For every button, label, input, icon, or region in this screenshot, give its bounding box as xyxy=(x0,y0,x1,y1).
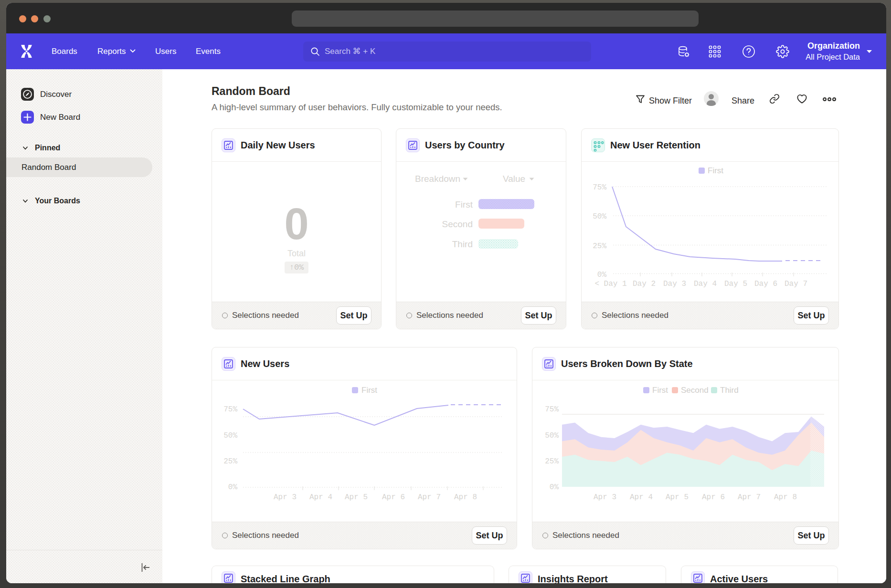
svg-text:50%: 50% xyxy=(223,431,237,440)
svg-text:First: First xyxy=(361,386,377,395)
svg-text:Second: Second xyxy=(681,386,709,395)
svg-text:First: First xyxy=(652,386,668,395)
svg-text:75%: 75% xyxy=(223,405,237,414)
svg-text:Apr 4: Apr 4 xyxy=(309,493,332,502)
svg-text:0%: 0% xyxy=(550,483,559,492)
svg-text:Apr 8: Apr 8 xyxy=(774,493,797,502)
svg-text:Day 4: Day 4 xyxy=(694,280,717,288)
svg-text:0%: 0% xyxy=(228,483,238,492)
svg-text:Apr 6: Apr 6 xyxy=(702,493,725,502)
svg-text:25%: 25% xyxy=(223,457,237,466)
svg-text:Third: Third xyxy=(720,386,739,395)
svg-text:50%: 50% xyxy=(593,212,606,221)
svg-text:Apr 4: Apr 4 xyxy=(630,493,653,502)
svg-text:Apr 7: Apr 7 xyxy=(738,493,761,502)
svg-text:Apr 3: Apr 3 xyxy=(594,493,616,502)
svg-text:Apr 5: Apr 5 xyxy=(345,493,368,502)
svg-text:25%: 25% xyxy=(545,457,559,466)
svg-text:Apr 8: Apr 8 xyxy=(454,493,477,502)
svg-text:Day 5: Day 5 xyxy=(724,280,747,288)
svg-text:Apr 7: Apr 7 xyxy=(418,493,441,502)
svg-text:Apr 6: Apr 6 xyxy=(382,493,405,502)
svg-text:50%: 50% xyxy=(545,431,559,440)
svg-text:Day 6: Day 6 xyxy=(754,280,777,288)
svg-text:75%: 75% xyxy=(593,183,606,192)
svg-text:Apr 5: Apr 5 xyxy=(666,493,689,502)
svg-text:< Day 1: < Day 1 xyxy=(594,280,626,288)
svg-text:Day 2: Day 2 xyxy=(633,280,656,288)
svg-text:0%: 0% xyxy=(597,271,607,279)
svg-text:Apr 3: Apr 3 xyxy=(274,493,297,502)
svg-text:25%: 25% xyxy=(593,242,606,251)
svg-text:Day 3: Day 3 xyxy=(663,280,686,288)
svg-text:75%: 75% xyxy=(545,405,559,414)
svg-text:Day 7: Day 7 xyxy=(785,280,807,288)
svg-text:First: First xyxy=(708,166,723,175)
